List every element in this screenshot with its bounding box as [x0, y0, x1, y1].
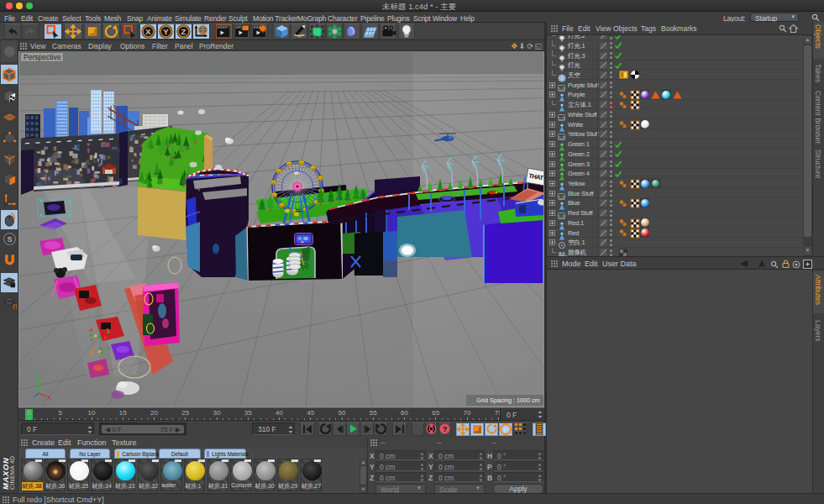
svg-text:X: X: [47, 395, 51, 401]
svg-text:X: X: [145, 27, 151, 36]
svg-text:P: P: [503, 425, 508, 433]
svg-text:?: ?: [443, 425, 448, 433]
svg-text:Z: Z: [181, 27, 186, 36]
svg-text:Y: Y: [163, 27, 169, 36]
svg-text:(): (): [13, 302, 17, 309]
svg-text:S: S: [7, 235, 12, 244]
svg-text:Y: Y: [34, 370, 39, 376]
